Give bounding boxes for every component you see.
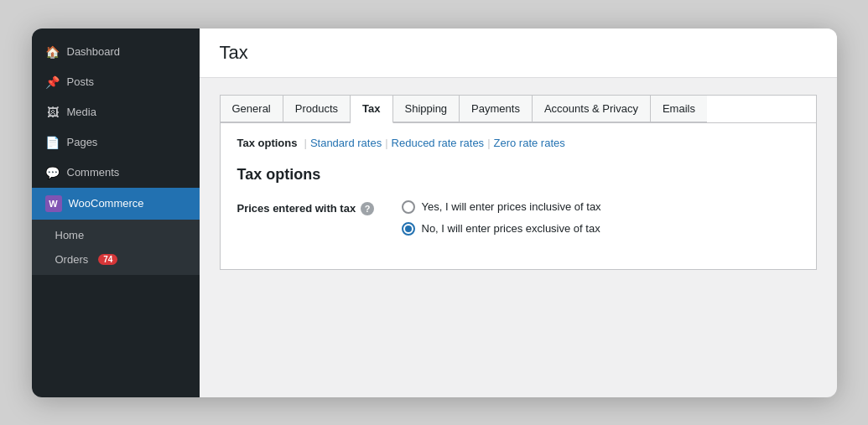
- sidebar-item-label: Dashboard: [67, 45, 121, 58]
- tab-general[interactable]: General: [221, 96, 283, 122]
- sub-nav: Tax options | Standard rates | Reduced r…: [237, 137, 799, 149]
- tab-accounts-privacy[interactable]: Accounts & Privacy: [533, 96, 651, 122]
- tab-tax[interactable]: Tax: [351, 96, 392, 123]
- tab-emails[interactable]: Emails: [651, 96, 707, 122]
- main-content: Tax General Products Tax Shipping Paymen…: [200, 29, 837, 397]
- prices-label: Prices entered with tax ?: [237, 200, 388, 215]
- prices-form-row: Prices entered with tax ? Yes, I will en…: [237, 200, 799, 236]
- sidebar-item-label: WooCommerce: [69, 197, 144, 210]
- posts-icon: 📌: [45, 75, 60, 90]
- orders-badge: 74: [98, 254, 117, 265]
- sidebar-sub-label: Home: [55, 229, 85, 241]
- sub-nav-zero-rates[interactable]: Zero rate rates: [494, 137, 565, 149]
- sidebar-item-label: Media: [67, 106, 96, 118]
- sep-1: |: [304, 137, 306, 149]
- sidebar-sub-label: Orders: [55, 253, 89, 266]
- radio-group: Yes, I will enter prices inclusive of ta…: [402, 200, 601, 236]
- sub-nav-label: Tax options: [237, 137, 298, 149]
- tab-shipping[interactable]: Shipping: [393, 96, 460, 122]
- sidebar-item-media[interactable]: 🖼 Media: [32, 97, 200, 127]
- tab-content: Tax options | Standard rates | Reduced r…: [220, 122, 817, 270]
- sidebar-item-label: Pages: [67, 136, 98, 148]
- sub-nav-reduced-rates[interactable]: Reduced rate rates: [392, 137, 485, 149]
- page-header: Tax: [200, 29, 837, 78]
- content-area: General Products Tax Shipping Payments A…: [200, 78, 837, 397]
- sidebar-item-woocommerce[interactable]: W WooCommerce: [32, 188, 200, 220]
- sidebar: 🏠 Dashboard 📌 Posts 🖼 Media 📄 Pages 💬 Co…: [32, 29, 200, 397]
- sidebar-item-label: Comments: [67, 166, 120, 179]
- radio-no-label: No, I will enter prices exclusive of tax: [422, 222, 600, 235]
- tab-products[interactable]: Products: [283, 96, 351, 122]
- sidebar-sub-item-home[interactable]: Home: [32, 223, 200, 247]
- tabs-row: General Products Tax Shipping Payments A…: [220, 95, 817, 122]
- radio-yes[interactable]: Yes, I will enter prices inclusive of ta…: [402, 200, 601, 214]
- sidebar-item-dashboard[interactable]: 🏠 Dashboard: [32, 37, 200, 67]
- sep-3: |: [487, 137, 490, 149]
- woo-icon: W: [45, 195, 62, 212]
- sidebar-item-comments[interactable]: 💬 Comments: [32, 158, 200, 188]
- sep-2: |: [385, 137, 387, 149]
- dashboard-icon: 🏠: [45, 44, 60, 60]
- app-window: 🏠 Dashboard 📌 Posts 🖼 Media 📄 Pages 💬 Co…: [32, 29, 837, 397]
- radio-circle-no: [402, 222, 415, 236]
- section-title: Tax options: [237, 166, 799, 184]
- radio-circle-yes: [402, 200, 415, 214]
- sidebar-item-pages[interactable]: 📄 Pages: [32, 127, 200, 158]
- page-title: Tax: [220, 42, 817, 64]
- sidebar-sub-item-orders[interactable]: Orders 74: [32, 247, 200, 272]
- comments-icon: 💬: [45, 165, 60, 180]
- media-icon: 🖼: [45, 105, 60, 120]
- sidebar-woo-section: Home Orders 74: [32, 220, 200, 275]
- help-icon[interactable]: ?: [361, 202, 374, 215]
- tab-payments[interactable]: Payments: [460, 96, 533, 122]
- sub-nav-standard-rates[interactable]: Standard rates: [310, 137, 382, 149]
- pages-icon: 📄: [45, 135, 60, 150]
- sidebar-item-label: Posts: [67, 75, 95, 88]
- radio-yes-label: Yes, I will enter prices inclusive of ta…: [422, 200, 601, 213]
- radio-no[interactable]: No, I will enter prices exclusive of tax: [402, 222, 601, 236]
- sidebar-item-posts[interactable]: 📌 Posts: [32, 67, 200, 97]
